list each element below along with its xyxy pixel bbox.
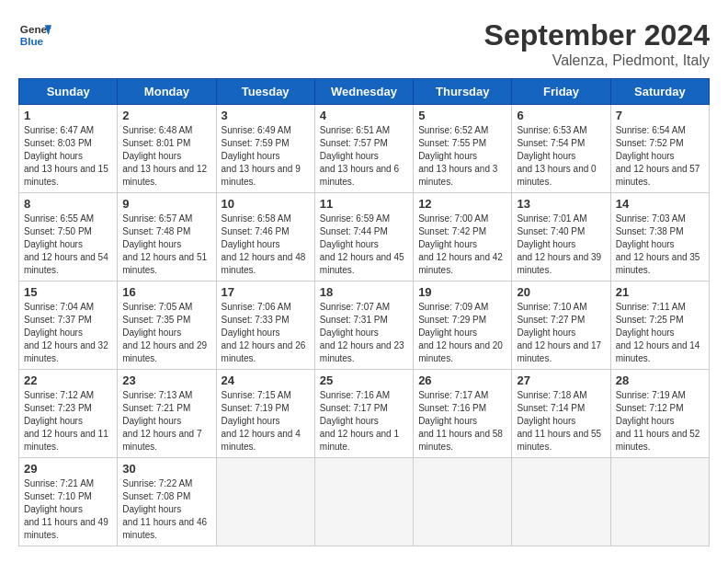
calendar-cell: 27Sunrise: 7:18 AMSunset: 7:14 PMDayligh… <box>512 370 610 458</box>
month-title: September 2024 <box>484 18 710 52</box>
day-number: 2 <box>122 109 210 122</box>
day-number: 16 <box>122 285 210 299</box>
day-number: 8 <box>24 197 112 211</box>
calendar-cell: 16Sunrise: 7:05 AMSunset: 7:35 PMDayligh… <box>118 282 216 370</box>
page-header: General Blue September 2024 Valenza, Pie… <box>18 18 710 69</box>
calendar-cell <box>610 458 709 546</box>
cell-info: Sunrise: 7:21 AMSunset: 7:10 PMDaylight … <box>24 478 108 540</box>
cell-info: Sunrise: 7:13 AMSunset: 7:21 PMDaylight … <box>122 390 201 452</box>
logo-icon: General Blue <box>18 18 51 52</box>
location-title: Valenza, Piedmont, Italy <box>484 52 710 69</box>
cell-info: Sunrise: 6:52 AMSunset: 7:55 PMDaylight … <box>418 125 497 187</box>
calendar-cell: 4Sunrise: 6:51 AMSunset: 7:57 PMDaylight… <box>314 105 413 193</box>
cell-info: Sunrise: 6:53 AMSunset: 7:54 PMDaylight … <box>517 125 596 187</box>
calendar-cell <box>512 458 610 546</box>
day-number: 17 <box>222 285 310 299</box>
day-number: 7 <box>616 109 704 122</box>
day-number: 11 <box>320 197 408 211</box>
calendar-cell: 11Sunrise: 6:59 AMSunset: 7:44 PMDayligh… <box>314 193 413 282</box>
calendar-cell: 22Sunrise: 7:12 AMSunset: 7:23 PMDayligh… <box>19 370 118 458</box>
cell-info: Sunrise: 7:18 AMSunset: 7:14 PMDaylight … <box>517 390 601 452</box>
weekday-header-friday: Friday <box>512 79 610 105</box>
week-row-4: 22Sunrise: 7:12 AMSunset: 7:23 PMDayligh… <box>19 370 710 458</box>
cell-info: Sunrise: 7:11 AMSunset: 7:25 PMDaylight … <box>616 302 700 363</box>
day-number: 28 <box>616 373 704 387</box>
cell-info: Sunrise: 7:03 AMSunset: 7:38 PMDaylight … <box>616 213 700 275</box>
weekday-header-saturday: Saturday <box>610 79 709 105</box>
calendar-cell: 20Sunrise: 7:10 AMSunset: 7:27 PMDayligh… <box>512 282 610 370</box>
day-number: 9 <box>122 197 210 211</box>
cell-info: Sunrise: 7:16 AMSunset: 7:17 PMDaylight … <box>320 390 399 452</box>
calendar-cell: 12Sunrise: 7:00 AMSunset: 7:42 PMDayligh… <box>414 193 512 282</box>
calendar-cell: 8Sunrise: 6:55 AMSunset: 7:50 PMDaylight… <box>19 193 118 282</box>
day-number: 22 <box>24 373 112 387</box>
calendar-cell: 19Sunrise: 7:09 AMSunset: 7:29 PMDayligh… <box>414 282 512 370</box>
day-number: 20 <box>517 285 605 299</box>
day-number: 13 <box>517 197 605 211</box>
calendar-cell: 23Sunrise: 7:13 AMSunset: 7:21 PMDayligh… <box>118 370 216 458</box>
week-row-2: 8Sunrise: 6:55 AMSunset: 7:50 PMDaylight… <box>19 193 710 282</box>
weekday-header-tuesday: Tuesday <box>216 79 314 105</box>
calendar-table: SundayMondayTuesdayWednesdayThursdayFrid… <box>18 78 710 546</box>
calendar-cell: 24Sunrise: 7:15 AMSunset: 7:19 PMDayligh… <box>216 370 314 458</box>
cell-info: Sunrise: 6:49 AMSunset: 7:59 PMDaylight … <box>222 125 301 187</box>
day-number: 19 <box>418 285 506 299</box>
day-number: 6 <box>517 109 605 122</box>
cell-info: Sunrise: 6:55 AMSunset: 7:50 PMDaylight … <box>24 213 108 275</box>
logo: General Blue <box>18 18 51 52</box>
day-number: 14 <box>616 197 704 211</box>
week-row-3: 15Sunrise: 7:04 AMSunset: 7:37 PMDayligh… <box>19 282 710 370</box>
calendar-cell: 5Sunrise: 6:52 AMSunset: 7:55 PMDaylight… <box>414 105 512 193</box>
cell-info: Sunrise: 6:58 AMSunset: 7:46 PMDaylight … <box>222 213 306 275</box>
calendar-cell: 28Sunrise: 7:19 AMSunset: 7:12 PMDayligh… <box>610 370 709 458</box>
calendar-cell: 17Sunrise: 7:06 AMSunset: 7:33 PMDayligh… <box>216 282 314 370</box>
weekday-header-thursday: Thursday <box>414 79 512 105</box>
cell-info: Sunrise: 6:59 AMSunset: 7:44 PMDaylight … <box>320 213 404 275</box>
day-number: 26 <box>418 373 506 387</box>
day-number: 18 <box>320 285 408 299</box>
weekday-header-monday: Monday <box>118 79 216 105</box>
calendar-cell: 26Sunrise: 7:17 AMSunset: 7:16 PMDayligh… <box>414 370 512 458</box>
calendar-cell: 1Sunrise: 6:47 AMSunset: 8:03 PMDaylight… <box>19 105 118 193</box>
cell-info: Sunrise: 6:51 AMSunset: 7:57 PMDaylight … <box>320 125 399 187</box>
calendar-cell: 21Sunrise: 7:11 AMSunset: 7:25 PMDayligh… <box>610 282 709 370</box>
weekday-header-row: SundayMondayTuesdayWednesdayThursdayFrid… <box>19 79 710 105</box>
day-number: 10 <box>222 197 310 211</box>
calendar-cell: 10Sunrise: 6:58 AMSunset: 7:46 PMDayligh… <box>216 193 314 282</box>
title-area: September 2024 Valenza, Piedmont, Italy <box>484 18 710 69</box>
calendar-cell: 29Sunrise: 7:21 AMSunset: 7:10 PMDayligh… <box>19 458 118 546</box>
calendar-cell <box>216 458 314 546</box>
day-number: 30 <box>122 462 210 476</box>
day-number: 15 <box>24 285 112 299</box>
day-number: 3 <box>222 109 310 122</box>
day-number: 27 <box>517 373 605 387</box>
calendar-cell <box>414 458 512 546</box>
cell-info: Sunrise: 7:05 AMSunset: 7:35 PMDaylight … <box>122 302 207 363</box>
cell-info: Sunrise: 7:22 AMSunset: 7:08 PMDaylight … <box>122 478 207 540</box>
day-number: 4 <box>320 109 408 122</box>
calendar-cell: 2Sunrise: 6:48 AMSunset: 8:01 PMDaylight… <box>118 105 216 193</box>
cell-info: Sunrise: 7:17 AMSunset: 7:16 PMDaylight … <box>418 390 503 452</box>
weekday-header-sunday: Sunday <box>19 79 118 105</box>
cell-info: Sunrise: 7:04 AMSunset: 7:37 PMDaylight … <box>24 302 108 363</box>
calendar-cell: 7Sunrise: 6:54 AMSunset: 7:52 PMDaylight… <box>610 105 709 193</box>
day-number: 23 <box>122 373 210 387</box>
calendar-cell <box>314 458 413 546</box>
cell-info: Sunrise: 7:15 AMSunset: 7:19 PMDaylight … <box>222 390 301 452</box>
day-number: 5 <box>418 109 506 122</box>
svg-text:Blue: Blue <box>20 35 44 47</box>
cell-info: Sunrise: 7:10 AMSunset: 7:27 PMDaylight … <box>517 302 601 363</box>
cell-info: Sunrise: 7:07 AMSunset: 7:31 PMDaylight … <box>320 302 404 363</box>
day-number: 21 <box>616 285 704 299</box>
week-row-1: 1Sunrise: 6:47 AMSunset: 8:03 PMDaylight… <box>19 105 710 193</box>
cell-info: Sunrise: 7:12 AMSunset: 7:23 PMDaylight … <box>24 390 108 452</box>
cell-info: Sunrise: 6:48 AMSunset: 8:01 PMDaylight … <box>122 125 207 187</box>
cell-info: Sunrise: 7:09 AMSunset: 7:29 PMDaylight … <box>418 302 503 363</box>
week-row-5: 29Sunrise: 7:21 AMSunset: 7:10 PMDayligh… <box>19 458 710 546</box>
calendar-cell: 14Sunrise: 7:03 AMSunset: 7:38 PMDayligh… <box>610 193 709 282</box>
calendar-cell: 15Sunrise: 7:04 AMSunset: 7:37 PMDayligh… <box>19 282 118 370</box>
calendar-cell: 3Sunrise: 6:49 AMSunset: 7:59 PMDaylight… <box>216 105 314 193</box>
day-number: 29 <box>24 462 112 476</box>
calendar-cell: 30Sunrise: 7:22 AMSunset: 7:08 PMDayligh… <box>118 458 216 546</box>
cell-info: Sunrise: 6:57 AMSunset: 7:48 PMDaylight … <box>122 213 207 275</box>
